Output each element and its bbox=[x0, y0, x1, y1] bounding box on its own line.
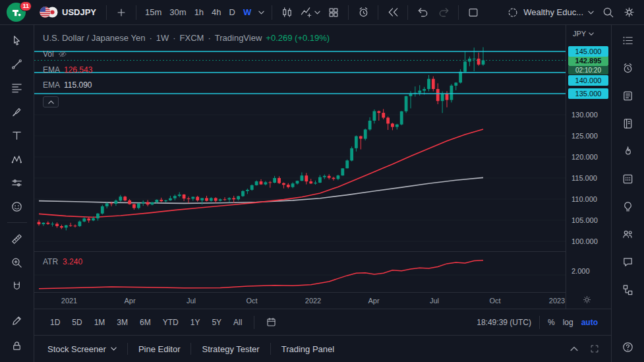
timeframe-4h[interactable]: 4h bbox=[208, 5, 225, 20]
hotlists-button[interactable] bbox=[616, 140, 640, 162]
bottom-toolbar: 1D 5D 1M 3M 6M YTD 1Y 5Y All 18:49:39 (U… bbox=[34, 309, 611, 335]
alarm-clock-icon bbox=[357, 6, 370, 18]
undo-arrow-icon bbox=[417, 6, 429, 18]
timeframe-D[interactable]: D bbox=[225, 5, 239, 20]
private-chat-button[interactable] bbox=[616, 251, 640, 272]
tab-label: Trading Panel bbox=[281, 344, 334, 354]
text-tool-button[interactable] bbox=[5, 124, 30, 146]
us-flag-icon bbox=[40, 7, 51, 18]
redo-button[interactable] bbox=[434, 3, 454, 22]
lock-drawings-button[interactable] bbox=[5, 334, 30, 357]
ema-slow-legend-row[interactable]: EMA 115.090 bbox=[43, 81, 330, 89]
trend-line-tool-button[interactable] bbox=[5, 53, 30, 75]
time-axis[interactable]: 2021AprJulOct2022AprJulOct2023 bbox=[34, 292, 566, 309]
chart-properties-button[interactable] bbox=[619, 3, 639, 22]
measure-tool-button[interactable] bbox=[5, 227, 30, 250]
create-alert-button[interactable] bbox=[353, 3, 373, 22]
alert-level-badge[interactable]: 145.000 bbox=[568, 46, 608, 57]
time-axis-label: Apr bbox=[368, 297, 379, 305]
legend-platform: TradingView bbox=[215, 34, 262, 42]
quick-search-button[interactable] bbox=[598, 3, 618, 22]
volume-legend-row[interactable]: Vol bbox=[43, 49, 330, 59]
range-3M[interactable]: 3M bbox=[111, 315, 133, 330]
data-window-button[interactable] bbox=[616, 113, 640, 134]
timeframe-menu-button[interactable] bbox=[255, 3, 267, 22]
xabcd-pattern-icon bbox=[11, 153, 23, 166]
last-price-badge[interactable]: 142.895 bbox=[568, 55, 608, 66]
ideas-button[interactable] bbox=[616, 196, 640, 217]
panel-maximize-icon[interactable] bbox=[590, 344, 599, 353]
notification-badge: 11 bbox=[20, 1, 32, 11]
drawing-mode-button[interactable] bbox=[5, 309, 30, 332]
range-YTD[interactable]: YTD bbox=[158, 315, 184, 330]
atr-pane-chart[interactable] bbox=[34, 252, 566, 292]
timeframe-15m[interactable]: 15m bbox=[141, 5, 165, 20]
trend-line-icon bbox=[11, 58, 23, 71]
bar-replay-button[interactable] bbox=[383, 3, 403, 22]
help-button[interactable] bbox=[616, 336, 640, 357]
log-scale-button[interactable]: log bbox=[563, 318, 573, 327]
timeframe-W[interactable]: W bbox=[239, 5, 255, 20]
cursor-tool-button[interactable] bbox=[5, 29, 30, 51]
ema-fast-legend-row[interactable]: EMA 126.543 bbox=[43, 66, 330, 74]
main-menu-button[interactable]: 11 bbox=[4, 1, 33, 24]
save-layout-button[interactable] bbox=[463, 3, 483, 22]
tab-trading-panel[interactable]: Trading Panel bbox=[271, 336, 345, 362]
currency-toggle[interactable]: JPY bbox=[573, 30, 594, 38]
range-5Y[interactable]: 5Y bbox=[206, 315, 227, 330]
tab-pine-editor[interactable]: Pine Editor bbox=[128, 336, 191, 362]
time-axis-settings-button[interactable] bbox=[582, 295, 592, 306]
symbol-search-button[interactable]: USDJPY bbox=[34, 4, 102, 20]
calendar-button[interactable] bbox=[616, 168, 640, 189]
timeframe-1h[interactable]: 1h bbox=[190, 5, 208, 20]
tab-strategy-tester[interactable]: Strategy Tester bbox=[191, 336, 270, 362]
pattern-tool-button[interactable] bbox=[5, 148, 30, 170]
alert-level-badge[interactable]: 140.000 bbox=[568, 75, 608, 86]
emoji-tool-button[interactable] bbox=[5, 195, 30, 218]
atr-legend-row[interactable]: ATR 3.240 bbox=[43, 257, 82, 266]
price-tick-label: 100.000 bbox=[571, 237, 598, 245]
undo-button[interactable] bbox=[413, 3, 432, 22]
price-scale[interactable]: JPY 142.895 02:10:20 2.000 130.000125.00… bbox=[566, 25, 611, 309]
legend-collapse-button[interactable] bbox=[43, 96, 59, 107]
percent-scale-button[interactable]: % bbox=[548, 318, 555, 327]
range-6M[interactable]: 6M bbox=[134, 315, 156, 330]
chevron-down-icon bbox=[589, 32, 594, 36]
toolbar-separator bbox=[539, 316, 540, 329]
eye-off-icon[interactable] bbox=[58, 49, 67, 59]
range-5D[interactable]: 5D bbox=[67, 315, 87, 330]
timeframe-30m[interactable]: 30m bbox=[165, 5, 190, 20]
alerts-button[interactable] bbox=[616, 57, 640, 78]
calendar-dots-icon bbox=[622, 173, 634, 185]
chart-pane[interactable]: U.S. Dollar / Japanese Yen · 1W · FXCM ·… bbox=[34, 25, 611, 309]
auto-scale-button[interactable]: auto bbox=[581, 318, 598, 327]
tab-stock-screener[interactable]: Stock Screener bbox=[46, 336, 127, 362]
range-All[interactable]: All bbox=[228, 315, 247, 330]
tab-label: Strategy Tester bbox=[202, 344, 259, 354]
range-1M[interactable]: 1M bbox=[89, 315, 111, 330]
zoom-in-tool-button[interactable] bbox=[5, 251, 30, 274]
indicators-button[interactable] bbox=[298, 3, 322, 22]
top-toolbar: 11 USDJPY 15m 30m 1h 4h D W bbox=[0, 0, 644, 25]
chart-style-button[interactable] bbox=[277, 3, 297, 22]
compare-add-symbol-button[interactable] bbox=[111, 3, 131, 22]
clock-utc[interactable]: 18:49:39 (UTC) bbox=[477, 318, 531, 327]
price-tick-label: 120.000 bbox=[571, 153, 598, 161]
brush-icon bbox=[11, 106, 23, 118]
go-to-date-button[interactable] bbox=[261, 313, 281, 332]
multichart-layout-button[interactable] bbox=[324, 3, 343, 22]
alert-level-badge[interactable]: 135.000 bbox=[568, 88, 608, 99]
panel-open-chevron-icon[interactable] bbox=[570, 346, 578, 351]
forecast-tool-button[interactable] bbox=[5, 171, 30, 194]
fib-retracement-tool-button[interactable] bbox=[5, 76, 30, 99]
range-1Y[interactable]: 1Y bbox=[185, 315, 206, 330]
news-button[interactable] bbox=[616, 85, 640, 106]
symbol-legend-row[interactable]: U.S. Dollar / Japanese Yen · 1W · FXCM ·… bbox=[43, 34, 330, 42]
watchlist-button[interactable] bbox=[616, 30, 640, 51]
object-tree-button[interactable] bbox=[616, 279, 640, 300]
range-1D[interactable]: 1D bbox=[45, 315, 65, 330]
brush-tool-button[interactable] bbox=[5, 100, 30, 123]
account-menu[interactable]: Wealthy Educ... bbox=[504, 7, 597, 18]
magnet-mode-button[interactable] bbox=[5, 275, 30, 297]
public-chats-button[interactable] bbox=[616, 224, 640, 245]
